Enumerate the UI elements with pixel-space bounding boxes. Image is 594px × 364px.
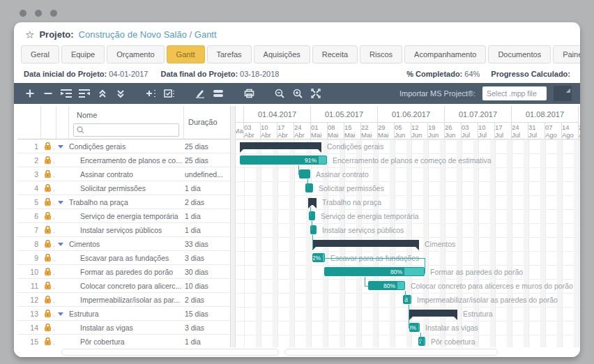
gantt-parent-bar[interactable] — [240, 142, 321, 149]
gantt-parent-bar[interactable] — [312, 240, 419, 247]
expand-all-icon[interactable] — [113, 86, 128, 101]
week-cell: 08 Mai — [328, 123, 344, 139]
chevron-down-icon[interactable] — [58, 243, 63, 246]
table-row[interactable]: 11.Colocar concreto para alicerc...10 di… — [17, 279, 230, 293]
zoom-out-icon[interactable] — [272, 86, 287, 101]
task-percent-label: 80% — [390, 268, 404, 275]
dependency-link — [298, 165, 299, 175]
task-duration: 25 dias — [185, 142, 232, 151]
gantt-task-bar[interactable]: 80% — [324, 267, 425, 276]
table-row[interactable]: 10.Formar as paredes do porão30 dias — [17, 265, 230, 279]
tab-or-amento[interactable]: Orçamento — [107, 45, 164, 63]
task-name: Encerramento de planos e co... — [80, 156, 182, 165]
tab-acompanhamento[interactable]: Acompanhamento — [404, 45, 486, 63]
mpp-file-input[interactable] — [482, 86, 547, 100]
indent-icon[interactable] — [59, 86, 74, 101]
task-name: Estrutura — [69, 310, 181, 318]
upload-icon[interactable]: ◢ — [554, 86, 572, 101]
remove-task-icon[interactable] — [40, 86, 56, 101]
chart-hscrollbar[interactable] — [284, 349, 498, 356]
lock-icon — [43, 253, 52, 262]
timeline-weeks: Mar03 Abr10 Abr17 Abr24 Abr01 Mai08 Mai1… — [236, 123, 580, 139]
gantt-parent-bar[interactable] — [308, 198, 317, 205]
tab-tarefas[interactable]: Tarefas — [207, 45, 252, 63]
week-cell: 24 Abr — [294, 123, 311, 139]
chevron-down-icon[interactable] — [58, 312, 63, 316]
columns-checklist-icon[interactable] — [162, 86, 177, 101]
table-row[interactable]: 3.Assinar contratoundefined... — [17, 167, 230, 181]
tab-equipe[interactable]: Equipe — [61, 45, 105, 63]
tab-aquisi-es[interactable]: Aquisições — [254, 45, 310, 63]
gantt-task-bar[interactable]: 7 — [418, 337, 425, 346]
grid-hscrollbar[interactable] — [61, 349, 279, 356]
tab-geral[interactable]: Geral — [21, 45, 59, 63]
row-number: 15 — [17, 338, 38, 346]
table-row[interactable]: 8.Cimentos33 dias — [17, 237, 230, 251]
task-name: Formar as paredes do porão — [80, 268, 182, 276]
month-cell: 01.04.2017 — [244, 106, 311, 123]
gantt-parent-bar[interactable] — [409, 310, 457, 317]
week-cell: 03 Abr — [244, 123, 261, 139]
tab-documentos[interactable]: Documentos — [488, 45, 551, 63]
star-icon[interactable]: ☆ — [25, 29, 34, 40]
lock-icon — [43, 183, 52, 192]
gantt-task-bar[interactable]: 80% — [368, 281, 405, 290]
table-row[interactable]: 6.Serviço de energia temporária1 dia — [17, 209, 230, 223]
chevron-down-icon[interactable] — [58, 145, 63, 149]
bottom-scroll-area — [14, 347, 580, 357]
table-row[interactable]: 9.Escavar para as fundações3 dias — [17, 251, 230, 265]
task-duration: undefined... — [185, 170, 232, 179]
pen-icon[interactable] — [192, 86, 208, 101]
tab-receita[interactable]: Receita — [312, 45, 358, 63]
task-search[interactable] — [73, 123, 179, 137]
table-row[interactable]: 7.Instalar serviços públicos1 dia — [17, 223, 230, 237]
gantt-bar-label: Instalar serviços públicos — [322, 223, 404, 237]
table-row[interactable]: 13.Estrutura15 dias — [17, 307, 230, 321]
fit-screen-icon[interactable] — [308, 86, 323, 101]
grid-rows: 1.Condições gerais25 dias2.Encerramento … — [17, 139, 230, 349]
gantt-task-bar[interactable] — [299, 169, 310, 179]
table-row[interactable]: 5.Trabalho na praça2 dias — [17, 195, 230, 209]
week-cell: 12 Jun — [411, 123, 428, 139]
printer-icon[interactable] — [241, 86, 257, 101]
row-number: 4 — [17, 184, 38, 192]
table-row[interactable]: 12.Impermeabilizar/isolar as par...2 dia… — [17, 293, 230, 307]
task-name: Assinar contrato — [80, 170, 182, 179]
table-row[interactable]: 15.Pôr cobertura1 dia — [17, 335, 230, 349]
tab-gantt[interactable]: Gantt — [167, 45, 205, 63]
outdent-icon[interactable] — [77, 86, 92, 101]
gantt-bar-label: Encerramento de planos e começo de estim… — [333, 153, 492, 167]
search-input[interactable] — [86, 126, 176, 134]
row-number: 14 — [17, 324, 38, 332]
task-duration: 15 dias — [185, 310, 232, 318]
table-row[interactable]: 4.Solicitar permissões1 dia — [17, 181, 230, 195]
gantt-task-bar[interactable]: 78% — [409, 323, 420, 332]
table-row[interactable]: 2.Encerramento de planos e co...25 dias — [17, 153, 230, 167]
table-row[interactable]: 1.Condições gerais25 dias — [17, 139, 230, 153]
gantt-task-bar[interactable]: 8 — [403, 295, 411, 304]
add-column-icon[interactable] — [144, 86, 159, 101]
task-name: Trabalho na praça — [69, 198, 181, 206]
week-cell: 14 Ago — [562, 123, 579, 139]
gantt-task-bar[interactable] — [305, 183, 313, 192]
row-number: 2 — [17, 156, 38, 165]
week-cell: 10 Jul — [478, 123, 495, 139]
add-task-icon[interactable] — [22, 86, 38, 101]
gantt-main: Nome Duração 1.Condições gerais25 dias2.… — [14, 106, 580, 357]
tab-painel-de-controle[interactable]: Painel de controle — [553, 45, 580, 63]
page-title-value[interactable]: Construção de Novo Salão / Gantt — [79, 29, 217, 40]
gantt-task-bar[interactable]: 91% — [240, 156, 327, 165]
table-row[interactable]: 14.Instalar as vigas3 dias — [17, 321, 230, 335]
chevron-down-icon[interactable] — [58, 201, 63, 204]
dependency-link — [405, 291, 406, 300]
task-name: Impermeabilizar/isolar as par... — [80, 296, 182, 304]
eraser-icon[interactable] — [211, 86, 226, 101]
task-name: Cimentos — [69, 240, 181, 248]
collapse-all-icon[interactable] — [95, 86, 110, 101]
tab-riscos[interactable]: Riscos — [360, 45, 402, 63]
row-number: 1 — [17, 142, 38, 151]
task-duration: 1 dia — [185, 226, 232, 234]
zoom-in-icon[interactable] — [290, 86, 305, 101]
lock-icon — [43, 281, 52, 290]
dependency-link — [312, 221, 312, 230]
